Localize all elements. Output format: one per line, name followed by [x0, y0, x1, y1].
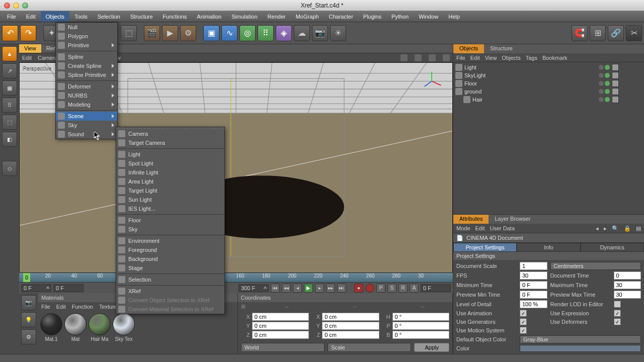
lod-input[interactable]: 100 % — [520, 300, 547, 308]
menu-objects[interactable]: Objects — [41, 11, 69, 22]
render-lod-checkbox[interactable] — [614, 301, 621, 308]
edge-mode-button[interactable]: ⬚ — [2, 115, 17, 130]
render-settings-button[interactable]: ⚙ — [180, 25, 196, 41]
menu-item-selection[interactable]: Selection — [116, 275, 224, 284]
goto-start-button[interactable]: ⏮ — [271, 284, 280, 293]
menu-plugins[interactable]: Plugins — [358, 11, 386, 22]
menu-item-spot-light[interactable]: Spot Light — [116, 159, 224, 168]
menu-item-create-spline[interactable]: Create Spline — [56, 61, 117, 70]
attr-menu-userdata[interactable]: User Data — [490, 225, 515, 231]
viewport-menu-edit[interactable]: Edit — [22, 55, 32, 61]
attr-new-icon[interactable]: ▤ — [636, 225, 641, 232]
obj-menu-tags[interactable]: Tags — [526, 55, 537, 61]
object-tags[interactable] — [612, 64, 642, 71]
obj-menu-view[interactable]: View — [485, 55, 497, 61]
coord-input[interactable]: 0 cm — [252, 313, 309, 321]
use-expr-checkbox[interactable]: ✓ — [614, 310, 621, 317]
object-visibility-dots[interactable] — [590, 81, 610, 86]
autokey-button[interactable] — [365, 284, 374, 293]
structure-tab[interactable]: Structure — [484, 44, 519, 53]
color-swatch[interactable] — [520, 345, 641, 352]
point-mode-button[interactable]: ⠿ — [2, 98, 17, 113]
object-row[interactable]: Floor — [455, 79, 642, 87]
timeline-alt-field[interactable]: 0 F — [421, 284, 451, 292]
menu-item-area-light[interactable]: Area Light — [116, 177, 224, 186]
key-rot-button[interactable]: R — [398, 284, 408, 293]
view-tab[interactable]: View — [19, 44, 41, 53]
coord-input[interactable]: 0 cm — [322, 331, 379, 339]
obj-menu-edit[interactable]: Edit — [470, 55, 480, 61]
timeline-current-field[interactable]: 0 F — [53, 284, 84, 292]
object-visibility-dots[interactable] — [590, 65, 610, 70]
menu-item-target-camera[interactable]: Target Camera — [116, 138, 224, 147]
menu-item-null[interactable]: Null — [56, 23, 117, 32]
cut-tool[interactable]: ✂ — [626, 25, 642, 41]
doc-scale-input[interactable]: 1 — [520, 262, 547, 270]
timeline-end-field[interactable]: 300 F — [238, 284, 269, 292]
menu-animation[interactable]: Animation — [192, 11, 226, 22]
light-tool-button[interactable]: 💡 — [21, 312, 36, 327]
redo-button[interactable]: ↷ — [20, 25, 36, 41]
doc-time-input[interactable]: 0 — [614, 272, 641, 280]
attr-lock-icon[interactable]: 🔒 — [624, 225, 631, 232]
menu-tools[interactable]: Tools — [69, 11, 93, 22]
goto-end-button[interactable]: ⏭ — [337, 284, 346, 293]
key-param-button[interactable]: A — [410, 284, 419, 293]
viewport-nav-icon[interactable] — [443, 54, 450, 61]
object-tags[interactable] — [612, 96, 642, 103]
material-item[interactable]: Mat — [64, 313, 87, 342]
use-motion-checkbox[interactable]: ✓ — [520, 327, 527, 334]
coords-apply-button[interactable]: Apply — [414, 343, 449, 352]
attr-menu-edit[interactable]: Edit — [475, 225, 485, 231]
materials-menu-texture[interactable]: Texture — [99, 304, 117, 310]
def-color-select[interactable]: Gray-Blue — [520, 335, 641, 343]
link-button[interactable]: 🔗 — [608, 25, 624, 41]
menu-item-foreground[interactable]: Foreground — [116, 245, 224, 254]
render-view-button[interactable]: 🎬 — [144, 25, 160, 41]
menu-item-spline[interactable]: Spline — [56, 52, 117, 61]
record-button[interactable]: ● — [354, 284, 363, 293]
menu-item-sky[interactable]: Sky — [56, 121, 117, 130]
timeline-start-field[interactable]: 0 F — [21, 284, 51, 292]
material-item[interactable]: Hair Ma — [89, 313, 111, 342]
object-axis-mode-button[interactable]: ↗ — [2, 63, 17, 78]
attr-menu-mode[interactable]: Mode — [456, 225, 470, 231]
menu-item-primitive[interactable]: Primitive — [56, 41, 117, 50]
menu-item-nurbs[interactable]: NURBS — [56, 91, 117, 100]
enable-axis-button[interactable]: ◇ — [2, 161, 17, 176]
texture-mode-button[interactable]: ▦ — [2, 80, 17, 96]
menu-item-infinite-light[interactable]: Infinite Light — [116, 168, 224, 177]
add-spline-button[interactable]: ∿ — [221, 25, 237, 41]
materials-menu-function[interactable]: Function — [72, 304, 93, 310]
material-item[interactable]: Mat.1 — [40, 313, 62, 342]
menu-item-deformer[interactable]: Deformer — [56, 82, 117, 91]
min-time-input[interactable]: 0 F — [520, 281, 547, 289]
menu-render[interactable]: Render — [263, 11, 291, 22]
close-window-button[interactable] — [4, 3, 10, 9]
menu-selection[interactable]: Selection — [93, 11, 125, 22]
menu-edit[interactable]: Edit — [21, 11, 41, 22]
menu-item-sky[interactable]: Sky — [116, 225, 224, 234]
add-array-button[interactable]: ⠿ — [258, 25, 274, 41]
attr-nav-fwd-icon[interactable]: ▸ — [604, 225, 607, 232]
menu-item-background[interactable]: Background — [116, 254, 224, 263]
menu-item-environment[interactable]: Environment — [116, 236, 224, 245]
polygon-mode-button[interactable]: ◧ — [2, 132, 17, 147]
snap-toggle[interactable]: 🧲 — [572, 25, 588, 41]
add-deformer-button[interactable]: ◈ — [276, 25, 292, 41]
add-camera-button[interactable]: 📷 — [312, 25, 328, 41]
menu-item-xref[interactable]: XRef — [116, 287, 224, 296]
key-pos-button[interactable]: P — [376, 284, 385, 293]
menu-structure[interactable]: Structure — [125, 11, 158, 22]
project-settings-subtab[interactable]: Project Settings — [453, 243, 517, 252]
obj-menu-bookmark[interactable]: Bookmark — [542, 55, 568, 61]
menu-character[interactable]: Character — [324, 11, 358, 22]
menu-item-ies-light-[interactable]: IES Light... — [116, 204, 224, 213]
next-frame-button[interactable]: ▸ — [315, 284, 324, 293]
menu-file[interactable]: File — [2, 11, 21, 22]
max-time-input[interactable]: 30 — [614, 281, 641, 289]
coord-input[interactable]: 0 ° — [392, 331, 449, 339]
add-nurbs-button[interactable]: ◎ — [239, 25, 256, 41]
menu-python[interactable]: Python — [386, 11, 414, 22]
coord-input[interactable]: 0 cm — [322, 313, 379, 321]
